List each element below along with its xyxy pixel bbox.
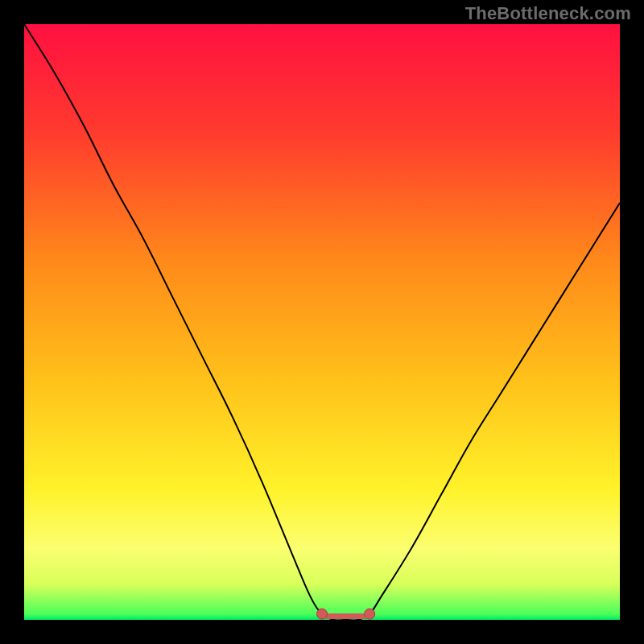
band-end-marker [365,609,375,619]
watermark-label: TheBottleneck.com [465,3,631,24]
optimal-band [312,596,379,620]
bottleneck-chart: TheBottleneck.com [0,0,644,644]
band-start-marker [317,609,328,619]
optimal-band-line [322,614,369,617]
chart-svg [0,0,644,644]
plot-background [24,24,620,620]
